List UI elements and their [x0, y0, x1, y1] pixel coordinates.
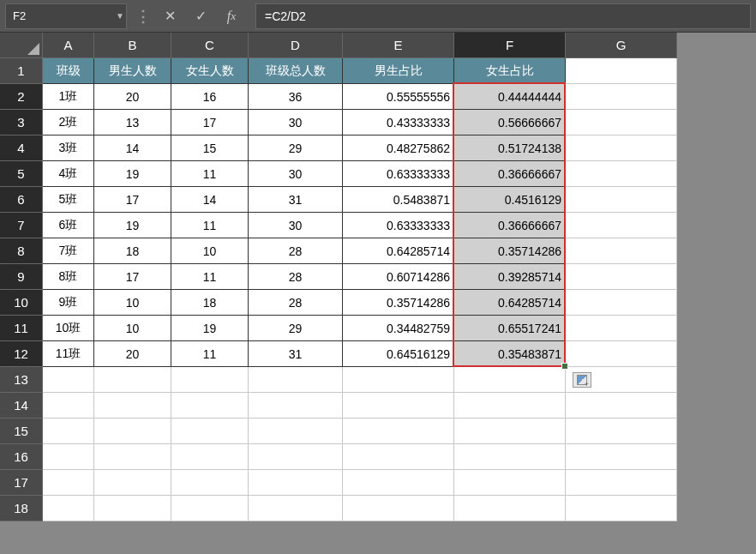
name-box-dropdown-icon[interactable]: ▼: [116, 11, 124, 21]
column-header-F[interactable]: F: [454, 33, 566, 58]
cell-E14[interactable]: [343, 393, 454, 419]
cell-C7[interactable]: 11: [171, 213, 249, 238]
cell-D14[interactable]: [249, 393, 343, 419]
cell-C17[interactable]: [171, 470, 249, 496]
column-header-C[interactable]: C: [171, 33, 249, 58]
cell-C18[interactable]: [171, 496, 249, 521]
cell-G18[interactable]: [566, 496, 677, 521]
row-header-14[interactable]: 14: [0, 393, 43, 419]
cell-G6[interactable]: [566, 187, 677, 213]
row-header-1[interactable]: 1: [0, 58, 43, 84]
cell-G8[interactable]: [566, 238, 677, 264]
cell-G15[interactable]: [566, 419, 677, 444]
cell-F4[interactable]: 0.51724138: [454, 135, 566, 161]
cell-D13[interactable]: [249, 367, 343, 393]
cell-G4[interactable]: [566, 135, 677, 161]
cell-D15[interactable]: [249, 419, 343, 444]
cell-A4[interactable]: 3班: [43, 135, 94, 161]
cell-D10[interactable]: 28: [249, 290, 343, 316]
cell-C5[interactable]: 11: [171, 161, 249, 187]
cell-B3[interactable]: 13: [94, 110, 171, 135]
row-header-4[interactable]: 4: [0, 135, 43, 161]
row-header-11[interactable]: 11: [0, 316, 43, 341]
cell-C4[interactable]: 15: [171, 135, 249, 161]
cell-F16[interactable]: [454, 444, 566, 470]
cell-D7[interactable]: 30: [249, 213, 343, 238]
cell-G11[interactable]: [566, 316, 677, 341]
cell-A10[interactable]: 9班: [43, 290, 94, 316]
autofill-options-button[interactable]: [573, 372, 591, 388]
cell-G16[interactable]: [566, 444, 677, 470]
row-header-5[interactable]: 5: [0, 161, 43, 187]
cell-C15[interactable]: [171, 419, 249, 444]
cell-E18[interactable]: [343, 496, 454, 521]
cell-D12[interactable]: 31: [249, 341, 343, 367]
cell-A7[interactable]: 6班: [43, 213, 94, 238]
column-header-G[interactable]: G: [566, 33, 677, 58]
cell-A2[interactable]: 1班: [43, 84, 94, 110]
cell-A1[interactable]: 班级: [43, 58, 94, 84]
cell-C12[interactable]: 11: [171, 341, 249, 367]
cell-B2[interactable]: 20: [94, 84, 171, 110]
cell-F11[interactable]: 0.65517241: [454, 316, 566, 341]
column-header-D[interactable]: D: [249, 33, 343, 58]
row-header-8[interactable]: 8: [0, 238, 43, 264]
cell-G9[interactable]: [566, 264, 677, 290]
cell-B8[interactable]: 18: [94, 238, 171, 264]
cell-E7[interactable]: 0.63333333: [343, 213, 454, 238]
cell-B17[interactable]: [94, 470, 171, 496]
row-header-10[interactable]: 10: [0, 290, 43, 316]
select-all-corner[interactable]: [0, 33, 43, 58]
cell-D1[interactable]: 班级总人数: [249, 58, 343, 84]
cell-F15[interactable]: [454, 419, 566, 444]
cell-F3[interactable]: 0.56666667: [454, 110, 566, 135]
cell-A5[interactable]: 4班: [43, 161, 94, 187]
cell-B13[interactable]: [94, 367, 171, 393]
row-header-12[interactable]: 12: [0, 341, 43, 367]
cell-A17[interactable]: [43, 470, 94, 496]
cell-B6[interactable]: 17: [94, 187, 171, 213]
cell-A8[interactable]: 7班: [43, 238, 94, 264]
row-header-7[interactable]: 7: [0, 213, 43, 238]
cell-A9[interactable]: 8班: [43, 264, 94, 290]
cell-B5[interactable]: 19: [94, 161, 171, 187]
cell-B1[interactable]: 男生人数: [94, 58, 171, 84]
cell-G17[interactable]: [566, 470, 677, 496]
cell-G3[interactable]: [566, 110, 677, 135]
cell-B14[interactable]: [94, 393, 171, 419]
cell-C1[interactable]: 女生人数: [171, 58, 249, 84]
cell-E11[interactable]: 0.34482759: [343, 316, 454, 341]
cell-A16[interactable]: [43, 444, 94, 470]
cell-B16[interactable]: [94, 444, 171, 470]
row-header-6[interactable]: 6: [0, 187, 43, 213]
cell-E12[interactable]: 0.64516129: [343, 341, 454, 367]
cell-B15[interactable]: [94, 419, 171, 444]
cell-C2[interactable]: 16: [171, 84, 249, 110]
cell-grid[interactable]: 班级男生人数女生人数班级总人数男生占比女生占比1班2016360.5555555…: [43, 58, 677, 521]
cell-D9[interactable]: 28: [249, 264, 343, 290]
cell-D11[interactable]: 29: [249, 316, 343, 341]
cell-D2[interactable]: 36: [249, 84, 343, 110]
cell-B9[interactable]: 17: [94, 264, 171, 290]
column-header-E[interactable]: E: [343, 33, 454, 58]
cell-B10[interactable]: 10: [94, 290, 171, 316]
cell-E16[interactable]: [343, 444, 454, 470]
column-header-A[interactable]: A: [43, 33, 94, 58]
row-header-2[interactable]: 2: [0, 84, 43, 110]
cell-F10[interactable]: 0.64285714: [454, 290, 566, 316]
cell-C6[interactable]: 14: [171, 187, 249, 213]
fx-button[interactable]: fx: [216, 9, 247, 24]
cell-D4[interactable]: 29: [249, 135, 343, 161]
cell-D6[interactable]: 31: [249, 187, 343, 213]
row-header-9[interactable]: 9: [0, 264, 43, 290]
row-header-15[interactable]: 15: [0, 419, 43, 444]
cell-A11[interactable]: 10班: [43, 316, 94, 341]
cell-C16[interactable]: [171, 444, 249, 470]
cell-F12[interactable]: 0.35483871: [454, 341, 566, 367]
cell-E3[interactable]: 0.43333333: [343, 110, 454, 135]
cell-A3[interactable]: 2班: [43, 110, 94, 135]
cell-F8[interactable]: 0.35714286: [454, 238, 566, 264]
cell-F7[interactable]: 0.36666667: [454, 213, 566, 238]
cell-C11[interactable]: 19: [171, 316, 249, 341]
cell-G7[interactable]: [566, 213, 677, 238]
